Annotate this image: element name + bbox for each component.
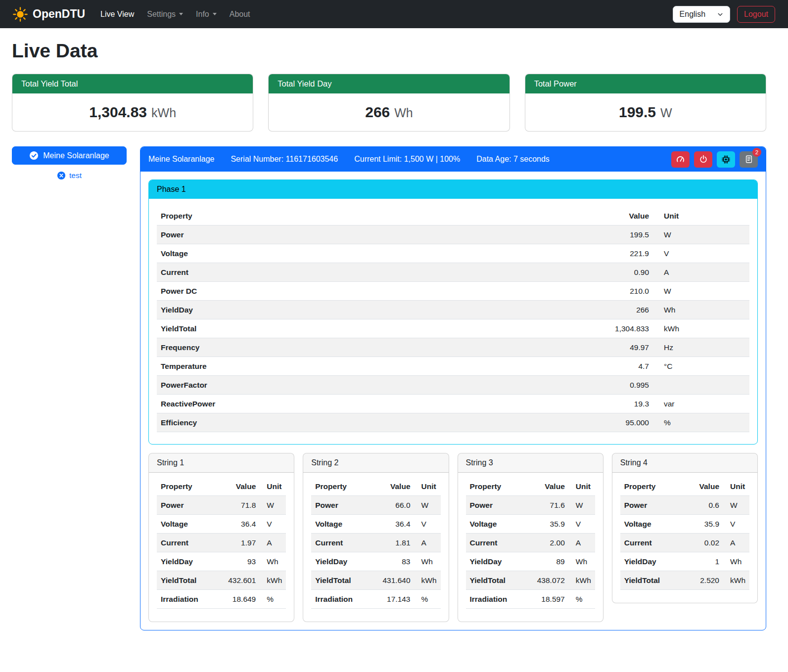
row-value: 432.601 [222, 571, 260, 590]
string-table: Property Value Unit Power [157, 477, 286, 609]
column-header-property: Property [620, 477, 686, 496]
row-value: 1.81 [377, 534, 415, 552]
nav-about[interactable]: About [223, 6, 257, 23]
row-unit: var [653, 395, 749, 413]
column-header-value: Value [531, 477, 569, 496]
row-unit: A [260, 534, 286, 552]
table-body: Power 71.8 W Voltage 36.4 V [157, 496, 286, 609]
column-header-value: Value [222, 477, 260, 496]
inverter-test-label: test [69, 171, 82, 180]
row-unit: V [415, 515, 441, 534]
string-card-2: String 2 Property Value Unit [303, 453, 449, 622]
row-unit: A [653, 263, 749, 282]
logout-button[interactable]: Logout [737, 6, 775, 23]
event-log-button[interactable]: 2 [740, 151, 758, 168]
row-unit: kWh [653, 319, 749, 338]
row-value: 2.00 [531, 534, 569, 552]
row-value: 17.143 [377, 590, 415, 609]
column-header-unit: Unit [260, 477, 286, 496]
row-value: 0.02 [686, 534, 723, 552]
limit-settings-button[interactable] [671, 151, 690, 168]
row-unit: W [653, 282, 749, 301]
row-value: 35.9 [686, 515, 723, 534]
row-unit: A [415, 534, 441, 552]
column-header-property: Property [157, 477, 222, 496]
row-property: YieldDay [311, 552, 376, 571]
table-row: YieldTotal 431.640 kWh [311, 571, 440, 590]
language-select[interactable]: English [673, 6, 730, 23]
table-row: Power 0.6 W [620, 496, 749, 515]
row-unit: Wh [653, 301, 749, 319]
column-header-property: Property [311, 477, 376, 496]
row-value: 36.4 [222, 515, 260, 534]
row-value: 2.520 [686, 571, 723, 590]
column-header-value: Value [686, 477, 723, 496]
inverter-button-active[interactable]: Meine Solaranlage [12, 146, 127, 165]
row-property: Current [157, 263, 601, 282]
chevron-down-icon [179, 13, 183, 15]
string-card-title: String 3 [458, 453, 603, 473]
table-row: Irradiation 18.649 % [157, 590, 286, 609]
row-unit: W [723, 496, 749, 515]
row-unit: V [653, 244, 749, 263]
table-row: YieldTotal 438.072 kWh [466, 571, 595, 590]
row-property: YieldDay [157, 552, 222, 571]
x-circle-icon [57, 171, 66, 180]
row-unit: % [260, 590, 286, 609]
summary-card-unit: Wh [394, 106, 413, 120]
row-value: 35.9 [531, 515, 569, 534]
row-unit: kWh [260, 571, 286, 590]
column-header-value: Value [377, 477, 415, 496]
table-row: Power 71.8 W [157, 496, 286, 515]
nav-info[interactable]: Info [189, 6, 223, 23]
journal-icon [744, 155, 753, 164]
row-property: Voltage [620, 515, 686, 534]
inverter-serial: Serial Number: 116171603546 [231, 155, 338, 164]
event-count-badge: 2 [752, 148, 761, 157]
row-value: 438.072 [531, 571, 569, 590]
summary-card-value: 1,304.83 [89, 104, 147, 120]
string-table: Property Value Unit Power [466, 477, 595, 609]
brand-name: OpenDTU [33, 7, 85, 21]
row-unit: W [653, 225, 749, 244]
table-row: Power 199.5 W [157, 225, 749, 244]
row-unit: % [653, 413, 749, 432]
power-button[interactable] [694, 151, 712, 168]
row-unit: Wh [569, 552, 595, 571]
table-row: Voltage 36.4 V [157, 515, 286, 534]
row-value: 221.9 [601, 244, 653, 263]
row-property: Power [157, 225, 601, 244]
nav-links: Live View Settings Info About [94, 6, 257, 23]
table-row: YieldDay 266 Wh [157, 301, 749, 319]
row-property: Current [157, 534, 222, 552]
row-value: 71.6 [531, 496, 569, 515]
inverter-button-test[interactable]: test [12, 171, 127, 180]
table-header-row: Property Value Unit [466, 477, 595, 496]
row-value: 4.7 [601, 357, 653, 376]
table-body: Power 0.6 W Voltage 35.9 V [620, 496, 749, 590]
row-unit: W [569, 496, 595, 515]
row-property: Irradiation [157, 590, 222, 609]
row-property: Power DC [157, 282, 601, 301]
table-header-row: Property Value Unit [620, 477, 749, 496]
row-property: Irradiation [311, 590, 376, 609]
device-info-button[interactable] [717, 151, 735, 168]
cpu-icon [721, 155, 731, 164]
nav-live-view[interactable]: Live View [94, 6, 140, 23]
power-icon [699, 155, 708, 164]
gauge-icon [676, 155, 685, 164]
row-value: 266 [601, 301, 653, 319]
nav-settings[interactable]: Settings [140, 6, 189, 23]
page-title: Live Data [12, 40, 766, 62]
column-header-unit: Unit [653, 207, 749, 225]
table-row: YieldTotal 2.520 kWh [620, 571, 749, 590]
row-property: Temperature [157, 357, 601, 376]
row-property: Frequency [157, 338, 601, 357]
string-card-title: String 4 [612, 453, 757, 473]
column-header-property: Property [157, 207, 601, 225]
row-property: Current [620, 534, 686, 552]
table-row: Power DC 210.0 W [157, 282, 749, 301]
row-value: 199.5 [601, 225, 653, 244]
brand[interactable]: OpenDTU [13, 7, 85, 22]
table-row: Temperature 4.7 °C [157, 357, 749, 376]
